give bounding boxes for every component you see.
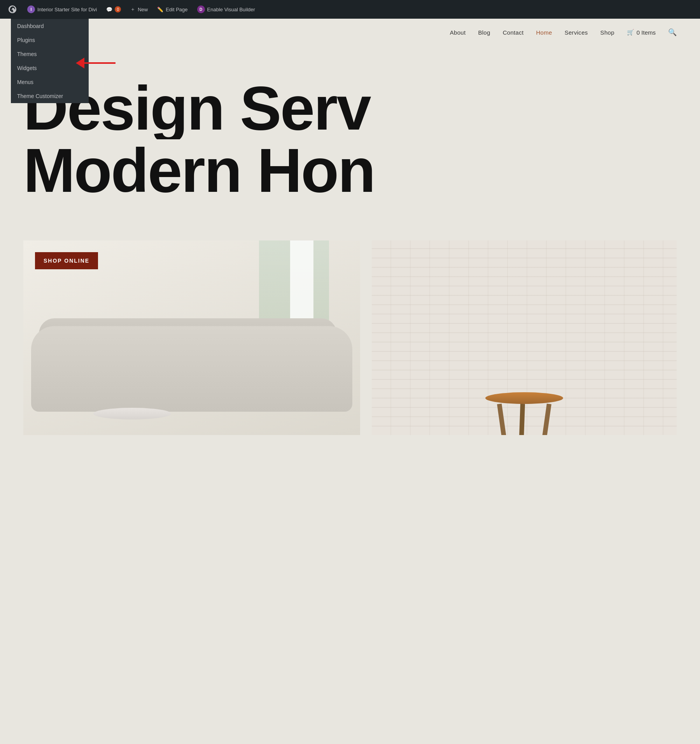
plus-icon: ＋: [130, 6, 135, 13]
site-wrapper: About Blog Contact Home Services Shop 🛒 …: [0, 19, 700, 458]
dropdown-item-menus[interactable]: Menus: [11, 75, 89, 89]
arrow-line: [84, 62, 116, 64]
divi-icon: D: [197, 5, 205, 13]
enable-visual-builder-label: Enable Visual Builder: [207, 7, 255, 12]
stool-seat: [485, 392, 563, 404]
enable-visual-builder-button[interactable]: D Enable Visual Builder: [193, 0, 259, 19]
stool-element: [485, 392, 563, 404]
room-photo-left: [23, 240, 360, 435]
hero-title-line1: Design Serv: [23, 77, 677, 139]
card-right: [372, 240, 677, 435]
nav-item-shop[interactable]: Shop: [600, 29, 614, 36]
cart-items-count: 0 Items: [637, 29, 656, 36]
new-button[interactable]: ＋ New: [126, 0, 152, 19]
hero-section: Design Serv Modern Hon: [0, 46, 700, 225]
site-favicon-icon: I: [27, 5, 35, 13]
edit-page-label: Edit Page: [166, 7, 187, 12]
new-label: New: [138, 7, 148, 12]
pencil-icon: ✏️: [157, 7, 163, 12]
site-nav: About Blog Contact Home Services Shop 🛒 …: [0, 19, 700, 46]
arrow-head-icon: [76, 58, 84, 68]
nav-item-home[interactable]: Home: [536, 29, 552, 36]
nav-item-services[interactable]: Services: [565, 29, 588, 36]
comments-button[interactable]: 💬 0: [102, 0, 125, 19]
dropdown-item-dashboard[interactable]: Dashboard: [11, 19, 89, 33]
site-name-button[interactable]: I Interior Starter Site for Divi: [23, 0, 101, 19]
wp-logo-icon: [7, 4, 18, 15]
shop-online-button[interactable]: SHOP ONLINE: [35, 252, 98, 269]
nav-item-contact[interactable]: Contact: [503, 29, 524, 36]
dropdown-item-theme-customizer[interactable]: Theme Customizer: [11, 89, 89, 103]
wp-logo-button[interactable]: [3, 0, 22, 19]
cart-icon: 🛒: [627, 29, 634, 36]
cart-button[interactable]: 🛒 0 Items: [627, 29, 656, 36]
edit-page-button[interactable]: ✏️ Edit Page: [153, 0, 191, 19]
search-button[interactable]: 🔍: [668, 28, 677, 37]
nav-item-about[interactable]: About: [450, 29, 466, 36]
coffee-table: [93, 408, 171, 419]
cards-section: SHOP ONLINE: [0, 225, 700, 458]
site-title-label: Interior Starter Site for Divi: [37, 7, 97, 12]
comments-icon: 💬: [106, 7, 112, 12]
sofa-element: [31, 326, 352, 412]
nav-item-blog[interactable]: Blog: [478, 29, 490, 36]
hero-title-line2: Modern Hon: [23, 139, 677, 202]
card-left: SHOP ONLINE: [23, 240, 360, 435]
arrow-annotation: [76, 58, 116, 68]
nav-items: About Blog Contact Home Services Shop 🛒 …: [450, 28, 677, 37]
admin-bar: I Interior Starter Site for Divi 💬 0 ＋ N…: [0, 0, 700, 19]
room-photo-right: [372, 240, 677, 435]
dropdown-item-plugins[interactable]: Plugins: [11, 33, 89, 47]
comments-count: 0: [115, 6, 121, 12]
